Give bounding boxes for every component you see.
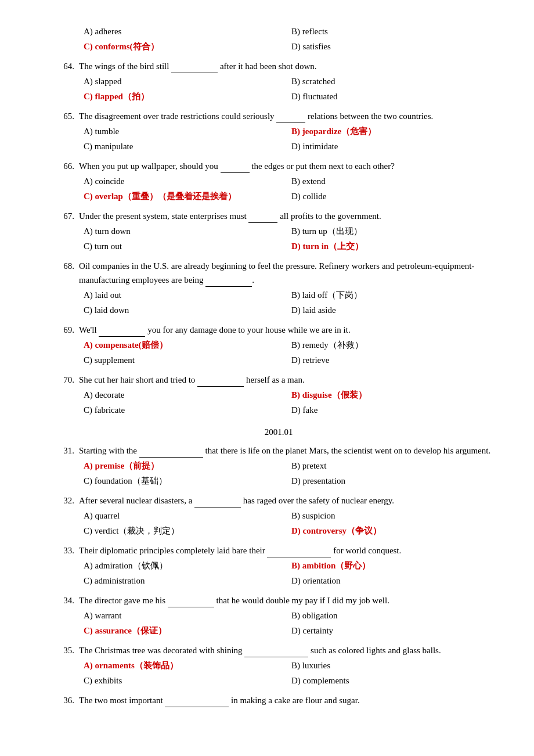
option-d: D) complements	[291, 674, 499, 687]
question-text: The wings of the bird still after it had…	[79, 59, 499, 73]
option-c-answer: C) flapped（拍）	[84, 89, 291, 103]
option-b-answer: B) jeopardize（危害）	[291, 124, 499, 138]
year-label: 2001.01	[58, 425, 499, 439]
options-row: A) laid out B) laid off（下岗）	[84, 288, 499, 302]
question-31: 31. Starting with the that there is life…	[58, 444, 499, 488]
options-row: A) compensate(赔偿） B) remedy（补救）	[84, 338, 499, 352]
option-c: C) fabricate	[84, 403, 291, 417]
question-line: 35. The Christmas tree was decorated wit…	[58, 643, 499, 657]
question-number: 68.	[58, 259, 79, 287]
question-text: Their diplomatic principles completely l…	[79, 543, 499, 557]
question-65: 65. The disagreement over trade restrict…	[58, 109, 499, 153]
question-number: 66.	[58, 159, 79, 173]
option-a: A) tumble	[84, 124, 291, 138]
option-b: B) scratched	[291, 74, 499, 88]
question-32: 32. After several nuclear disasters, a h…	[58, 494, 499, 538]
option-d: D) orientation	[291, 574, 499, 588]
question-text: Oil companies in the U.S. are already be…	[79, 259, 499, 287]
question-text: After several nuclear disasters, a has r…	[79, 494, 499, 507]
option-d: D) certainty	[291, 624, 499, 638]
question-line: 68. Oil companies in the U.S. are alread…	[58, 259, 499, 287]
option-b: B) reflects	[291, 24, 499, 38]
option-d: D) presentation	[291, 474, 499, 488]
option-d-answer: D) controversy（争议）	[291, 524, 499, 538]
options-row-2: C) turn out D) turn in（上交）	[84, 239, 499, 253]
option-c: C) exhibits	[84, 674, 291, 687]
option-c: C) foundation（基础）	[84, 474, 291, 488]
question-continuation: A) adheres B) reflects C) conforms(符合） D…	[58, 24, 499, 53]
options-row-2: C) administration D) orientation	[84, 574, 499, 588]
option-c: C) administration	[84, 574, 291, 588]
question-text: The Christmas tree was decorated with sh…	[79, 643, 499, 657]
options-row-2: C) overlap（重叠）（是叠着还是挨着） D) collide	[84, 189, 499, 203]
option-b: B) remedy（补救）	[291, 338, 499, 352]
option-d: D) satisfies	[291, 39, 499, 53]
options-row: A) warrant B) obligation	[84, 609, 499, 622]
options-row: A) tumble B) jeopardize（危害）	[84, 124, 499, 138]
question-number: 34.	[58, 593, 79, 607]
option-b: B) luxuries	[291, 658, 499, 672]
question-66: 66. When you put up wallpaper, should yo…	[58, 159, 499, 203]
question-number: 65.	[58, 109, 79, 123]
question-line: 66. When you put up wallpaper, should yo…	[58, 159, 499, 173]
options-row-2: C) supplement D) retrieve	[84, 353, 499, 367]
option-a: A) quarrel	[84, 509, 291, 523]
option-b: B) pretext	[291, 459, 499, 473]
question-text: The director gave me his that he would d…	[79, 593, 499, 607]
question-line: 32. After several nuclear disasters, a h…	[58, 494, 499, 507]
question-67: 67. Under the present system, state ente…	[58, 209, 499, 253]
option-c: C) supplement	[84, 353, 291, 367]
question-68: 68. Oil companies in the U.S. are alread…	[58, 259, 499, 317]
question-line: 69. We'll you for any damage done to you…	[58, 323, 499, 337]
option-a-answer: A) compensate(赔偿）	[84, 338, 291, 352]
option-a-answer: A) ornaments（装饰品）	[84, 658, 291, 672]
question-number: 67.	[58, 209, 79, 223]
options-row: A) decorate B) disguise（假装）	[84, 388, 499, 402]
option-a: A) warrant	[84, 609, 291, 622]
question-number: 69.	[58, 323, 79, 337]
options-row: A) adheres B) reflects	[84, 24, 499, 38]
option-c: C) verdict（裁决，判定）	[84, 524, 291, 538]
option-a: A) decorate	[84, 388, 291, 402]
options-row-2: C) exhibits D) complements	[84, 674, 499, 687]
options-row: A) quarrel B) suspicion	[84, 509, 499, 523]
option-c-answer: C) conforms(符合）	[84, 39, 291, 53]
question-text: The two most important in making a cake …	[79, 693, 499, 707]
question-64: 64. The wings of the bird still after it…	[58, 59, 499, 103]
options-row-2: C) assurance（保证） D) certainty	[84, 624, 499, 638]
option-b-answer: B) disguise（假装）	[291, 388, 499, 402]
options-row-2: C) flapped（拍） D) fluctuated	[84, 89, 499, 103]
option-a: A) slapped	[84, 74, 291, 88]
question-text: When you put up wallpaper, should you th…	[79, 159, 499, 173]
question-35: 35. The Christmas tree was decorated wit…	[58, 643, 499, 687]
options-row-2: C) verdict（裁决，判定） D) controversy（争议）	[84, 524, 499, 538]
option-c: C) manipulate	[84, 139, 291, 153]
question-33: 33. Their diplomatic principles complete…	[58, 543, 499, 588]
question-line: 70. She cut her hair short and tried to …	[58, 373, 499, 387]
question-number: 33.	[58, 543, 79, 557]
question-line: 67. Under the present system, state ente…	[58, 209, 499, 223]
question-line: 36. The two most important in making a c…	[58, 693, 499, 707]
option-a: A) turn down	[84, 224, 291, 238]
option-d: D) fake	[291, 403, 499, 417]
options-row: A) ornaments（装饰品） B) luxuries	[84, 658, 499, 672]
question-number: 35.	[58, 643, 79, 657]
option-b: B) laid off（下岗）	[291, 288, 499, 302]
option-d: D) intimidate	[291, 139, 499, 153]
question-34: 34. The director gave me his that he wou…	[58, 593, 499, 638]
option-a-answer: A) premise（前提）	[84, 459, 291, 473]
question-line: 64. The wings of the bird still after it…	[58, 59, 499, 73]
options-row: A) turn down B) turn up（出现）	[84, 224, 499, 238]
options-row: A) coincide B) extend	[84, 174, 499, 188]
option-a: A) coincide	[84, 174, 291, 188]
options-row: A) admiration（钦佩） B) ambition（野心）	[84, 559, 499, 573]
option-c-answer: C) assurance（保证）	[84, 624, 291, 638]
option-c: C) turn out	[84, 239, 291, 253]
options-row: A) premise（前提） B) pretext	[84, 459, 499, 473]
question-text: We'll you for any damage done to your ho…	[79, 323, 499, 337]
question-number: 64.	[58, 59, 79, 73]
question-number: 36.	[58, 693, 79, 707]
question-line: 33. Their diplomatic principles complete…	[58, 543, 499, 557]
option-a: A) adheres	[84, 24, 291, 38]
option-a: A) laid out	[84, 288, 291, 302]
